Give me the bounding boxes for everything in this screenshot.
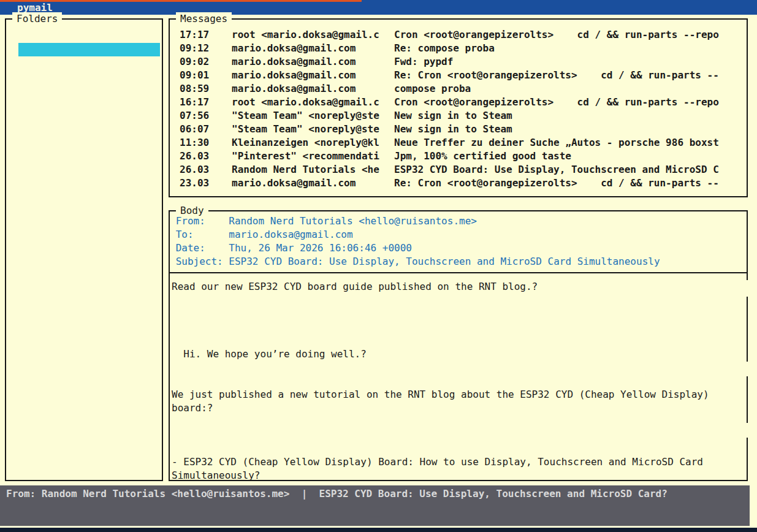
body-header-block: From: Random Nerd Tutorials <hello@ruisa… (170, 211, 747, 268)
terminal-tab-accent (0, 0, 362, 2)
message-subject: Re: Cron <root@orangepizerolts> cd / && … (394, 177, 747, 190)
folder-item[interactable]: [Gmail]/Sa zvjezdicom (18, 205, 160, 218)
message-time: 23.03 (180, 177, 232, 190)
message-subject: Re: compose proba (394, 42, 747, 55)
message-time: 07:56 (180, 109, 232, 123)
folder-item[interactable]: Osobno (18, 56, 160, 70)
message-time: 26.03 (180, 150, 232, 163)
message-subject: Cron <root@orangepizerolts> cd / && run-… (394, 96, 747, 109)
folder-item[interactable]: [Gmail]/Sva pošta (18, 245, 160, 259)
message-time: 09:12 (180, 42, 232, 55)
body-scrollbar-gap (747, 423, 748, 438)
folder-item[interactable]: RoyalCDKeys (18, 110, 160, 124)
message-time: 11:30 (180, 136, 232, 150)
message-subject: ESP32 CYD Board: Use Display, Touchscree… (394, 163, 747, 177)
message-sender: mario.doksa@gmail.com (232, 177, 394, 190)
folder-item[interactable]: [Gmail]/Sent Mail (18, 218, 160, 232)
message-sender: Kleinanzeigen <noreply@kl (232, 136, 394, 150)
message-row[interactable]: 07:56 "Steam Team" <noreply@ste New sign… (170, 109, 747, 123)
folder-item[interactable]: [Gmail]/Skice (18, 232, 160, 245)
folder-item[interactable]: INBOX (18, 43, 160, 56)
body-header-line: From: Random Nerd Tutorials <hello@ruisa… (170, 215, 747, 228)
message-row[interactable]: 09:12 mario.doksa@gmail.com Re: compose … (170, 42, 747, 55)
folder-item[interactable]: [Gmail]/Važno (18, 272, 160, 286)
folders-panel: Folders Drafts INBOX Osobno Posao (5, 18, 163, 481)
message-sender: mario.doksa@gmail.com (232, 82, 394, 96)
message-row[interactable]: 23.03 mario.doksa@gmail.com Re: Cron <ro… (170, 177, 747, 190)
bottom-edge (0, 528, 757, 532)
body-panel-title: Body (176, 204, 208, 217)
status-bar: From: Random Nerd Tutorials <hello@ruisa… (0, 485, 750, 526)
message-row[interactable]: 26.03 Random Nerd Tutorials <he ESP32 CY… (170, 163, 747, 177)
message-sender: mario.doksa@gmail.com (232, 55, 394, 69)
message-row[interactable]: 17:17 root <mario.doksa@gmail.c Cron <ro… (170, 28, 747, 42)
message-sender: root <mario.doksa@gmail.c (232, 28, 394, 42)
message-row[interactable]: 08:59 mario.doksa@gmail.com compose prob… (170, 82, 747, 96)
pymail-app: pymail Folders Drafts INBOX Osobno Posao (0, 0, 757, 532)
message-time: 16:17 (180, 96, 232, 109)
folder-item[interactable]: [Gmail]/Neželjena pošta (18, 164, 160, 178)
message-sender: Random Nerd Tutorials <he (232, 163, 394, 177)
body-scrollbar-gap (747, 362, 748, 376)
message-sender: "Steam Team" <noreply@ste (232, 109, 394, 123)
message-row[interactable]: 16:17 root <mario.doksa@gmail.c Cron <ro… (170, 96, 747, 109)
message-sender: mario.doksa@gmail.com (232, 69, 394, 82)
folder-item[interactable]: Drafts (18, 29, 160, 43)
message-subject: compose proba (394, 82, 747, 96)
folder-item[interactable]: Putovanje (18, 97, 160, 110)
folder-item[interactable]: [Gmail] (18, 151, 160, 164)
message-row[interactable]: 26.03 "Pinterest" <recommendati Jpm, 100… (170, 150, 747, 163)
folders-panel-title: Folders (12, 12, 62, 25)
status-message-info: From: Random Nerd Tutorials <hello@ruisa… (6, 487, 668, 501)
folder-item[interactable]: Trash (18, 137, 160, 151)
folder-item[interactable]: [Gmail]/Trash (18, 259, 160, 272)
body-header-divider (170, 272, 747, 273)
message-time: 09:01 (180, 69, 232, 82)
message-subject: Fwd: pypdf (394, 55, 747, 69)
message-subject: Cron <root@orangepizerolts> cd / && run-… (394, 28, 747, 42)
body-header-line: To: mario.doksa@gmail.com (170, 228, 747, 241)
message-list: 17:17 root <mario.doksa@gmail.c Cron <ro… (170, 20, 747, 190)
message-time: 06:07 (180, 123, 232, 136)
message-sender: "Steam Team" <noreply@ste (232, 123, 394, 136)
message-sender: root <mario.doksa@gmail.c (232, 96, 394, 109)
folder-item[interactable]: [Gmail]/Poslana pošta (18, 191, 160, 205)
messages-panel: Messages 17:17 root <mario.doksa@gmail.c… (169, 18, 748, 197)
body-panel[interactable]: Body From: Random Nerd Tutorials <hello@… (169, 210, 748, 481)
message-subject: New sign in to Steam (394, 123, 747, 136)
message-row[interactable]: 09:01 mario.doksa@gmail.com Re: Cron <ro… (170, 69, 747, 82)
message-time: 26.03 (180, 163, 232, 177)
body-header-line: Subject: ESP32 CYD Board: Use Display, T… (170, 255, 747, 268)
messages-panel-title: Messages (176, 12, 232, 25)
body-text: Read our new ESP32 CYD board guide publi… (172, 280, 745, 482)
message-time: 17:17 (180, 28, 232, 42)
message-subject: Re: Cron <root@orangepizerolts> cd / && … (394, 69, 747, 82)
body-header-line: Date: Thu, 26 Mar 2026 16:06:46 +0000 (170, 241, 747, 255)
body-scrollbar-gap (747, 280, 748, 297)
message-row[interactable]: 06:07 "Steam Team" <noreply@ste New sign… (170, 123, 747, 136)
folder-item[interactable]: [Gmail]/Otpad (18, 178, 160, 191)
message-sender: mario.doksa@gmail.com (232, 42, 394, 55)
message-subject: Jpm, 100% certified good taste (394, 150, 747, 163)
folder-list: Drafts INBOX Osobno Posao Priznanice (6, 20, 162, 286)
folder-item[interactable]: Posao (18, 70, 160, 83)
message-row[interactable]: 09:02 mario.doksa@gmail.com Fwd: pypdf (170, 55, 747, 69)
message-time: 08:59 (180, 82, 232, 96)
message-subject: Neue Treffer zu deiner Suche „Autos - po… (394, 136, 747, 150)
message-time: 09:02 (180, 55, 232, 69)
folder-item[interactable]: Priznanice (18, 83, 160, 97)
message-subject: New sign in to Steam (394, 109, 747, 123)
folder-item[interactable]: Sent (18, 124, 160, 137)
message-row[interactable]: 11:30 Kleinanzeigen <noreply@kl Neue Tre… (170, 136, 747, 150)
titlebar: pymail (0, 0, 757, 15)
message-sender: "Pinterest" <recommendati (232, 150, 394, 163)
